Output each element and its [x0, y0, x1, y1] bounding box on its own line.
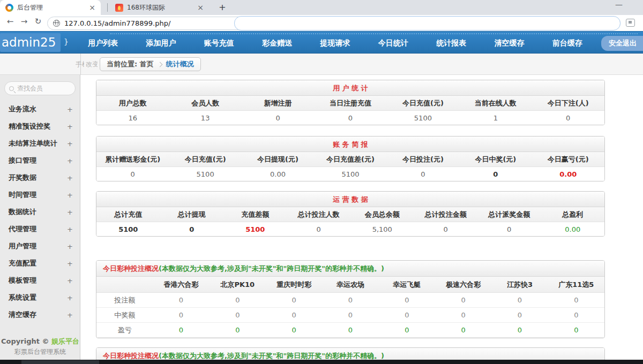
stat-value: 5100	[223, 225, 287, 233]
sidebar-item-preset-control[interactable]: 精准预设控奖+	[0, 118, 80, 135]
sidebar-item-template-mgmt[interactable]: 模板管理+	[0, 272, 80, 289]
site-info-globe-icon[interactable]	[53, 20, 60, 27]
sidebar-item-clear-cache[interactable]: 清空缓存+	[0, 306, 80, 323]
expand-plus-icon[interactable]: +	[67, 123, 73, 131]
col-header: 今日充值(元)	[387, 98, 459, 108]
expand-plus-icon[interactable]: +	[67, 208, 73, 216]
col-header: 重庆时时彩	[266, 280, 322, 290]
cell: 0	[153, 311, 209, 319]
sidebar-item-interface-mgmt[interactable]: 接口管理+	[0, 152, 80, 169]
sidebar-menu: 业务流水+ 精准预设控奖+ 未结算注单统计+ 接口管理+ 开奖数据+ 时间管理+…	[0, 101, 80, 323]
expand-plus-icon[interactable]: +	[67, 157, 73, 165]
window-minimize-button[interactable]: —	[615, 0, 623, 9]
table-header-row: 累计赠送彩金(元) 今日充值(元) 今日提现(元) 今日充值差(元) 今日投注(…	[96, 152, 604, 167]
expand-plus-icon[interactable]: +	[67, 260, 73, 268]
new-tab-button[interactable]: +	[216, 2, 228, 13]
sidebar: 业务流水+ 精准预设控奖+ 未结算注单统计+ 接口管理+ 开奖数据+ 时间管理+…	[0, 75, 80, 360]
nav-stats-report[interactable]: 统计报表	[422, 32, 480, 54]
col-header: 总计充值	[96, 210, 160, 219]
cell: 0	[153, 296, 209, 304]
url-text[interactable]: 127.0.0.15/admin778899.php/	[64, 19, 170, 27]
forward-icon[interactable]: →	[18, 17, 30, 26]
back-icon[interactable]: ←	[4, 17, 16, 26]
cell: 0	[266, 326, 322, 334]
partial-text: 改变	[86, 60, 98, 69]
col-header: 总盈利	[541, 210, 605, 219]
breadcrumb-current[interactable]: 统计概况	[166, 59, 194, 69]
expand-plus-icon[interactable]: +	[67, 311, 73, 319]
sidebar-item-system-settings[interactable]: 系统设置+	[0, 289, 80, 306]
nav-add-user[interactable]: 添加用户	[132, 32, 190, 54]
expand-plus-icon[interactable]: +	[67, 294, 73, 302]
panel-title-note: (本数据仅为大致参考,涉及到"未开奖"和"跨日期开奖"的彩种并不精确。)	[159, 264, 384, 272]
tab-close-icon[interactable]: ×	[88, 3, 96, 12]
logout-button[interactable]: 安全退出	[601, 36, 643, 51]
stat-value: 0.00	[541, 225, 605, 233]
nav-withdraw-request[interactable]: 提现请求	[306, 32, 364, 54]
tab-168[interactable]: 168环球国际 ×	[110, 0, 209, 15]
copyright-brand: 娱乐平台	[51, 337, 79, 345]
expand-plus-icon[interactable]: +	[67, 140, 73, 148]
sidebar-item-draw-data[interactable]: 开奖数据+	[0, 169, 80, 186]
nav-account-recharge[interactable]: 账号充值	[190, 32, 248, 54]
reload-icon[interactable]: ↻	[32, 17, 44, 26]
nav-user-list[interactable]: 用户列表	[74, 32, 132, 54]
stat-value: 0	[532, 114, 604, 122]
stat-value: 1	[459, 114, 532, 122]
breadcrumb-home[interactable]: 当前位置: 首页	[107, 59, 154, 69]
browser-toolbar: ← → ↻ 127.0.0.15/admin778899.php/	[0, 15, 643, 31]
main-content: 用 户 统 计 用户总数 会员人数 新增注册 当日注册充值 今日充值(元) 当前…	[81, 75, 643, 360]
expand-plus-icon[interactable]: +	[67, 105, 73, 113]
cell: 0	[322, 311, 378, 319]
panel-title-note: (本数据仅为大致参考,涉及到"未开奖"和"跨日期开奖"的彩种并不精确。)	[159, 352, 384, 360]
col-header: 新增注册	[242, 98, 314, 108]
copyright-line2: 彩票后台管理系统	[0, 347, 80, 357]
nav-bonus-gift[interactable]: 彩金赠送	[248, 32, 306, 54]
nav-front-cache[interactable]: 前台缓存	[539, 32, 596, 54]
expand-plus-icon[interactable]: +	[67, 174, 73, 182]
expand-plus-icon[interactable]: +	[67, 277, 73, 285]
expand-plus-icon[interactable]: +	[67, 225, 73, 233]
search-input[interactable]	[17, 85, 68, 92]
nav-clear-cache[interactable]: 清空缓存	[480, 32, 538, 54]
stat-value: 0	[477, 225, 541, 233]
cell: 0	[210, 311, 266, 319]
col-header: 当日注册充值	[314, 98, 386, 108]
expand-plus-icon[interactable]: +	[67, 242, 73, 251]
col-header: 今日下注(人)	[532, 98, 604, 108]
col-header: 今日提现(元)	[242, 155, 314, 164]
cell: 0	[435, 311, 491, 319]
logo-suffix: }	[64, 37, 69, 46]
pip-extension-icon[interactable]	[626, 19, 635, 27]
stat-value: 13	[169, 114, 241, 122]
expand-plus-icon[interactable]: +	[67, 191, 73, 199]
panel-title: 账 务 简 报	[96, 136, 604, 152]
taskbar-segment	[21, 360, 99, 364]
admin-logo: admin25	[0, 33, 61, 52]
nav-today-stats[interactable]: 今日统计	[364, 32, 422, 54]
col-header: 累计赠送彩金(元)	[96, 155, 169, 164]
sidebar-item-data-stats[interactable]: 数据统计+	[0, 203, 80, 221]
col-header: 当前在线人数	[459, 98, 532, 108]
sidebar-item-unsettled-bets[interactable]: 未结算注单统计+	[0, 135, 80, 152]
sidebar-item-user-mgmt[interactable]: 用户管理+	[0, 238, 80, 255]
sidebar-item-recharge-config[interactable]: 充值配置+	[0, 255, 80, 272]
stat-value: 0	[287, 225, 351, 233]
table-row-profit: 盈亏 0 0 0 0 0 0 0 0	[96, 323, 604, 338]
tab-favicon-admin-icon	[5, 4, 13, 12]
panel-account-brief: 账 务 简 报 累计赠送彩金(元) 今日充值(元) 今日提现(元) 今日充值差(…	[96, 136, 605, 181]
cell: 0	[153, 326, 209, 334]
col-header: 北京PK10	[210, 280, 266, 290]
cell: 0	[266, 296, 322, 304]
tab-admin[interactable]: 后台管理 ×	[0, 0, 101, 15]
panel-operation-data: 运 营 数 据 总计充值 总计提现 充值差额 总计投注人数 会员总余额 总计投注…	[96, 191, 605, 237]
breadcrumb: 当前位置: 首页 统计概况	[100, 57, 201, 71]
member-search[interactable]	[4, 81, 76, 95]
cell: 0	[491, 326, 548, 334]
sidebar-item-agent-mgmt[interactable]: 代理管理+	[0, 221, 80, 238]
stat-value: 0	[387, 170, 459, 178]
sidebar-item-business-flow[interactable]: 业务流水+	[0, 101, 80, 118]
tab-close-icon[interactable]: ×	[196, 3, 205, 12]
row-label: 中奖额	[96, 310, 153, 320]
sidebar-item-time-mgmt[interactable]: 时间管理+	[0, 186, 80, 203]
